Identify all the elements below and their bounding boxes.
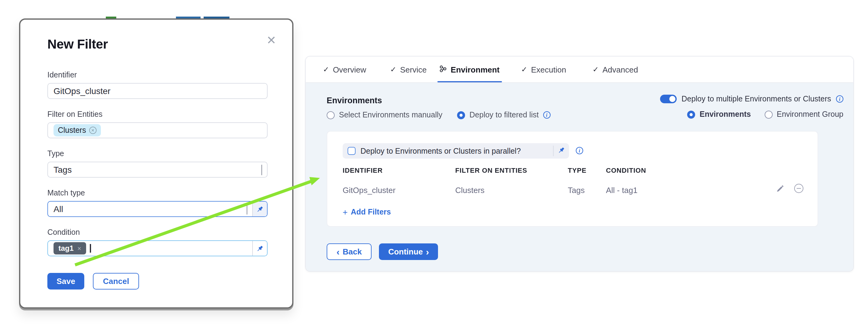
tab-label: Service — [400, 65, 427, 74]
continue-label: Continue — [388, 247, 423, 256]
info-icon[interactable]: i — [576, 147, 583, 154]
active-tab-underline — [437, 81, 502, 83]
section-title: Environments — [327, 96, 382, 105]
condition-label: Condition — [48, 228, 265, 237]
col-header-type: TYPE — [568, 167, 587, 174]
add-filters-button[interactable]: + Add Filters — [343, 207, 391, 217]
radio-environment-group[interactable]: Environment Group — [764, 110, 843, 119]
check-icon: ✓ — [521, 65, 527, 74]
pipeline-stage-panel: ✓ Overview ✓ Service Environment ✓ — [305, 56, 854, 272]
identifier-value: GitOps_cluster — [54, 86, 111, 96]
type-select[interactable]: Tags — [48, 162, 268, 177]
identifier-input[interactable]: GitOps_cluster — [48, 83, 268, 99]
environment-icon — [438, 64, 447, 75]
pin-icon — [256, 205, 264, 213]
chip-remove-icon[interactable]: × — [89, 127, 97, 134]
condition-chip[interactable]: tag1 × — [54, 242, 86, 255]
modal-title: New Filter — [48, 37, 265, 52]
tab-label: Overview — [333, 65, 366, 74]
entities-chip[interactable]: Clusters × — [54, 124, 101, 136]
type-label: Type — [48, 150, 265, 158]
add-filters-label: Add Filters — [351, 208, 391, 216]
screenshot-stage: ✕ New Filter Identifier GitOps_cluster F… — [0, 0, 868, 327]
pin-icon — [557, 145, 565, 157]
col-header-condition: CONDITION — [606, 167, 646, 174]
match-type-label: Match type — [48, 189, 265, 197]
entities-input[interactable]: Clusters × — [48, 122, 268, 138]
check-icon: ✓ — [323, 65, 329, 74]
pin-button[interactable] — [252, 241, 267, 256]
save-button[interactable]: Save — [48, 273, 85, 290]
cancel-button[interactable]: Cancel — [93, 273, 139, 290]
identifier-label: Identifier — [48, 71, 265, 79]
environment-mode-radios: Select Environments manually Deploy to f… — [327, 111, 550, 119]
pin-button[interactable] — [553, 146, 569, 156]
environment-tab-content: Environments Select Environments manuall… — [306, 83, 853, 272]
info-icon[interactable]: i — [543, 111, 550, 119]
text-cursor — [90, 244, 91, 253]
condition-chip-label: tag1 — [58, 244, 73, 253]
wizard-nav-buttons: ‹ Back Continue › — [327, 243, 438, 260]
radio-icon[interactable] — [327, 111, 335, 119]
type-value: Tags — [54, 165, 72, 174]
radio-label: Environments — [700, 110, 751, 119]
close-icon[interactable]: ✕ — [267, 34, 276, 46]
minus-icon — [797, 188, 801, 189]
radio-label: Deploy to filtered list — [469, 111, 538, 119]
tab-service[interactable]: ✓ Service — [390, 57, 427, 83]
tab-execution[interactable]: ✓ Execution — [521, 57, 566, 83]
environment-target-radios: Environments Environment Group — [687, 110, 844, 119]
chevron-right-icon: › — [426, 247, 429, 256]
row-identifier: GitOps_cluster — [343, 186, 396, 195]
match-type-value: All — [54, 204, 63, 214]
pin-button[interactable] — [252, 202, 267, 216]
chevron-down-icon — [247, 204, 247, 215]
continue-button[interactable]: Continue › — [379, 243, 438, 260]
pin-icon — [256, 244, 264, 252]
toggle-on[interactable] — [660, 95, 677, 103]
radio-label: Environment Group — [777, 110, 843, 119]
tab-label: Execution — [531, 65, 566, 74]
new-filter-modal: ✕ New Filter Identifier GitOps_cluster F… — [19, 19, 293, 308]
tab-label: Advanced — [602, 65, 638, 74]
condition-input[interactable]: tag1 × — [48, 240, 268, 256]
chevron-left-icon: ‹ — [337, 247, 340, 256]
entities-chip-label: Clusters — [58, 126, 86, 135]
edit-filter-button[interactable] — [775, 184, 784, 194]
radio-label: Select Environments manually — [339, 111, 442, 119]
stage-tabbar: ✓ Overview ✓ Service Environment ✓ — [306, 57, 853, 83]
tab-environment[interactable]: Environment — [438, 57, 499, 83]
radio-icon[interactable] — [457, 111, 465, 119]
tab-label: Environment — [451, 65, 499, 74]
radio-deploy-filtered[interactable]: Deploy to filtered list i — [457, 111, 550, 119]
row-condition: All - tag1 — [606, 186, 638, 195]
parallel-checkbox-bar: Deploy to Environments or Clusters in pa… — [343, 143, 569, 159]
modal-button-row: Save Cancel — [48, 273, 265, 290]
remove-filter-button[interactable] — [794, 184, 803, 193]
toggle-knob — [669, 96, 676, 102]
entities-label: Filter on Entities — [48, 110, 265, 119]
check-icon: ✓ — [390, 65, 397, 74]
row-type: Tags — [568, 186, 585, 195]
parallel-checkbox-label: Deploy to Environments or Clusters in pa… — [361, 146, 553, 155]
plus-icon: + — [343, 207, 347, 217]
multi-deploy-toggle-row: Deploy to multiple Environments or Clust… — [660, 95, 843, 103]
toggle-label: Deploy to multiple Environments or Clust… — [682, 95, 831, 103]
match-type-select[interactable]: All — [48, 201, 268, 217]
back-button[interactable]: ‹ Back — [327, 243, 372, 260]
chevron-down-icon — [261, 165, 262, 175]
radio-environments[interactable]: Environments — [687, 110, 751, 119]
chip-remove-icon[interactable]: × — [77, 244, 81, 252]
tab-advanced[interactable]: ✓ Advanced — [593, 57, 638, 83]
back-label: Back — [343, 247, 362, 256]
radio-icon[interactable] — [687, 110, 695, 118]
check-icon: ✓ — [593, 65, 599, 74]
tab-overview[interactable]: ✓ Overview — [323, 57, 366, 83]
parallel-checkbox[interactable] — [347, 147, 355, 155]
info-icon[interactable]: i — [836, 95, 843, 103]
radio-select-manually[interactable]: Select Environments manually — [327, 111, 442, 119]
col-header-filter-on-entities: FILTER ON ENTITIES — [455, 167, 527, 174]
col-header-identifier: IDENTIFIER — [343, 167, 383, 174]
radio-icon[interactable] — [764, 110, 772, 118]
filters-card: Deploy to Environments or Clusters in pa… — [327, 131, 818, 227]
